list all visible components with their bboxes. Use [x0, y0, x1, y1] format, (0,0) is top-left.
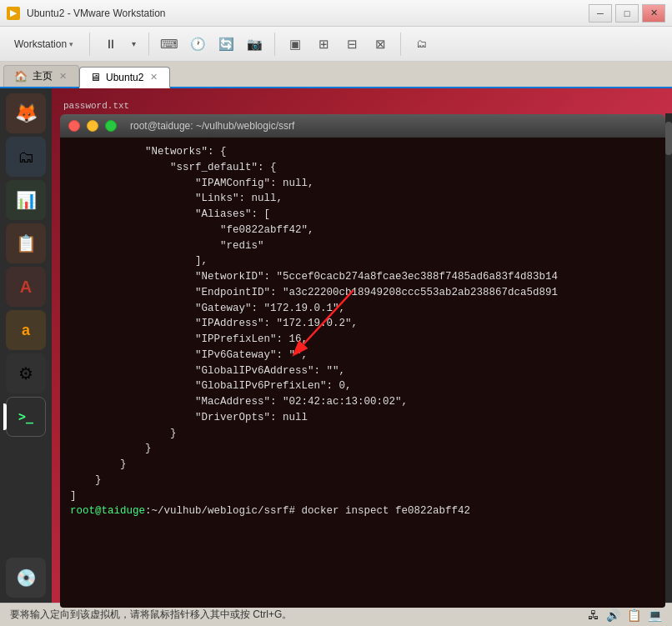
settings-icon: ⚙ — [18, 363, 33, 383]
term-line-12: "IPAddress": "172.19.0.2", — [70, 316, 655, 332]
maximize-button[interactable]: □ — [615, 4, 639, 23]
sidebar-icon-settings[interactable]: ⚙ — [6, 353, 46, 393]
pause-dropdown[interactable]: ▾ — [127, 33, 140, 56]
sidebar-icon-firefox[interactable]: 🦊 — [6, 93, 46, 133]
term-line-9: "NetworkID": "5ccef0cacb274a8fcae3ec388f… — [70, 269, 655, 285]
term-line-16: "GlobalIPv6PrefixLen": 0, — [70, 378, 655, 394]
snapshot-button[interactable]: 🕐 — [186, 33, 209, 56]
amazon-icon: a — [22, 322, 30, 339]
toolbar-separator-3 — [274, 33, 275, 56]
term-line-11: "Gateway": "172.19.0.1", — [70, 301, 655, 317]
terminal-titlebar: root@taiduge: ~/vulhub/weblogic/ssrf — [60, 114, 665, 138]
sidebar-icon-presentation[interactable]: 📋 — [6, 223, 46, 263]
ubuntu-sidebar: 🦊 🗂 📊 📋 A a ⚙ >_ 💿 — [0, 88, 52, 603]
app-icon: ▶ — [7, 7, 20, 20]
main-toolbar: Workstation ▾ ⏸ ▾ ⌨ 🕐 🔄 📷 ▣ ⊞ ⊟ ⊠ 🗂 — [0, 27, 672, 62]
tab-bar: 🏠 主页 ✕ 🖥 Ubuntu2 ✕ — [0, 62, 672, 88]
term-line-19: } — [70, 426, 655, 442]
status-message: 要将输入定向到该虚拟机，请将鼠标指针移入其中或按 Ctrl+G。 — [10, 608, 292, 622]
sidebar-icon-files[interactable]: 🗂 — [6, 137, 46, 177]
term-line-5: "Aliases": [ — [70, 207, 655, 223]
file-label: password.txt — [60, 101, 665, 111]
terminal-close-btn[interactable] — [68, 120, 80, 132]
home-tab-close[interactable]: ✕ — [58, 70, 68, 83]
send-ctrlaltdel-button[interactable]: ⌨ — [158, 33, 181, 56]
shared-folders-button[interactable]: 🗂 — [409, 33, 433, 56]
title-bar: ▶ Ubuntu2 - VMware Workstation ─ □ ✕ — [0, 0, 672, 27]
toolbar-separator-4 — [400, 33, 401, 56]
workstation-label: Workstation — [14, 38, 67, 50]
files-icon: 🗂 — [18, 148, 34, 167]
spreadsheet-icon: 📊 — [16, 190, 37, 210]
scrollbar-thumb[interactable] — [665, 122, 672, 155]
term-line-8: ], — [70, 253, 655, 269]
term-line-3: "IPAMConfig": null, — [70, 176, 655, 192]
status-right-icons: 🖧 🔊 📋 💻 — [588, 608, 662, 622]
sidebar-icon-terminal[interactable]: >_ — [6, 397, 46, 437]
term-line-15: "GlobalIPv6Address": "", — [70, 363, 655, 379]
term-line-18: "DriverOpts": null — [70, 410, 655, 426]
home-tab-icon: 🏠 — [14, 70, 28, 83]
terminal-body[interactable]: "Networks": { "ssrf_default": { "IPAMCon… — [60, 138, 665, 608]
sidebar-icon-dvd[interactable]: 💿 — [6, 558, 46, 598]
snapshot-manager-button[interactable]: 📷 — [243, 33, 266, 56]
font-icon: A — [20, 278, 32, 297]
term-line-21: } — [70, 457, 655, 473]
view-zoom-button[interactable]: ⊟ — [340, 33, 364, 56]
term-line-20: } — [70, 441, 655, 457]
term-line-13: "IPPrefixLen": 16, — [70, 332, 655, 348]
status-icon-4: 💻 — [648, 608, 662, 622]
term-line-22: } — [70, 473, 655, 488]
dvd-icon: 💿 — [16, 568, 37, 588]
term-line-14: "IPv6Gateway": "", — [70, 348, 655, 363]
term-line-2: "ssrf_default": { — [70, 160, 655, 176]
content-area: 🦊 🗂 📊 📋 A a ⚙ >_ 💿 — [0, 88, 672, 603]
view-unity-button[interactable]: ⊞ — [312, 33, 335, 56]
terminal-icon: >_ — [18, 409, 33, 424]
window-title: Ubuntu2 - VMware Workstation — [27, 8, 166, 19]
close-button[interactable]: ✕ — [642, 4, 665, 23]
scrollbar-track[interactable] — [665, 113, 672, 603]
term-line-1: "Networks": { — [70, 144, 655, 160]
ubuntu2-tab-icon: 🖥 — [90, 71, 101, 83]
pause-button[interactable]: ⏸ — [98, 33, 122, 56]
sidebar-icon-amazon[interactable]: a — [6, 310, 46, 350]
term-line-prompt: root@taiduge:~/vulhub/weblogic/ssrf# doc… — [70, 503, 655, 519]
firefox-icon: 🦊 — [15, 103, 38, 124]
terminal-min-btn[interactable] — [87, 120, 98, 132]
sidebar-icon-spreadsheet[interactable]: 📊 — [6, 180, 46, 220]
term-line-7: "redis" — [70, 238, 655, 254]
status-icon-2: 🔊 — [606, 608, 620, 622]
terminal-max-btn[interactable] — [105, 120, 117, 132]
presentation-icon: 📋 — [16, 233, 37, 253]
status-icon-3: 📋 — [627, 608, 641, 622]
tab-ubuntu2[interactable]: 🖥 Ubuntu2 ✕ — [79, 67, 170, 88]
toolbar-separator-2 — [148, 33, 149, 56]
view-fullscreen-button[interactable]: ▣ — [283, 33, 307, 56]
revert-button[interactable]: 🔄 — [214, 33, 238, 56]
tab-home[interactable]: 🏠 主页 ✕ — [3, 65, 79, 87]
workstation-menu[interactable]: Workstation ▾ — [7, 35, 81, 53]
ubuntu2-tab-close[interactable]: ✕ — [148, 71, 159, 83]
term-line-10: "EndpointID": "a3c22200cb18949208ccc553a… — [70, 285, 655, 301]
term-line-17: "MacAddress": "02:42:ac:13:00:02", — [70, 394, 655, 410]
workstation-chevron: ▾ — [69, 40, 73, 48]
term-line-23: ] — [70, 488, 655, 504]
status-icon-1: 🖧 — [588, 608, 599, 622]
toolbar-separator-1 — [89, 33, 90, 56]
home-tab-label: 主页 — [33, 69, 53, 83]
term-line-4: "Links": null, — [70, 191, 655, 207]
terminal-window[interactable]: password.txt root@taiduge: ~/vulhub/webl… — [60, 101, 665, 594]
terminal-title: root@taiduge: ~/vulhub/weblogic/ssrf — [130, 120, 294, 132]
minimize-button[interactable]: ─ — [589, 4, 612, 23]
ubuntu2-tab-label: Ubuntu2 — [106, 72, 143, 83]
term-line-arrow-container: "IPPrefixLen": 16, — [70, 332, 655, 348]
sidebar-icon-font[interactable]: A — [6, 267, 46, 307]
window-controls: ─ □ ✕ — [589, 4, 665, 23]
term-line-6: "fe0822abff42", — [70, 223, 655, 238]
vm-display[interactable]: password.txt root@taiduge: ~/vulhub/webl… — [52, 88, 672, 603]
view-fit-button[interactable]: ⊠ — [369, 33, 392, 56]
